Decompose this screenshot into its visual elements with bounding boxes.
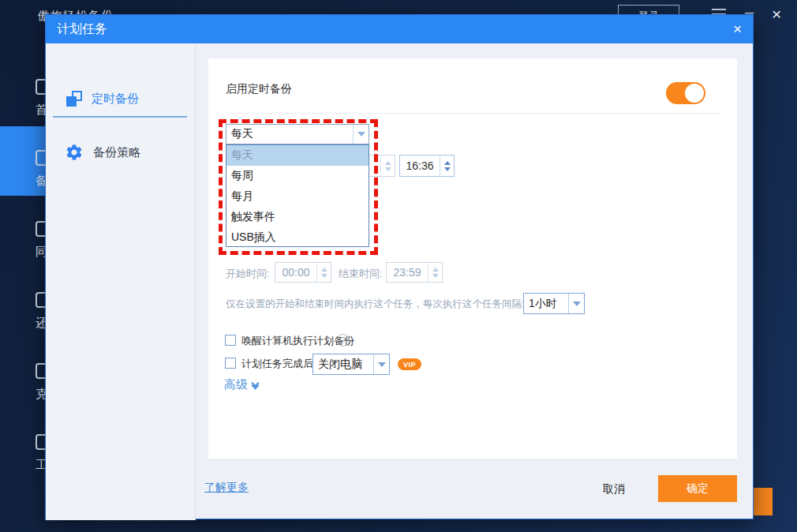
dropdown-arrow-icon[interactable] xyxy=(373,354,389,374)
sidebar-item-backup-strategy-label: 备份策略 xyxy=(93,145,140,160)
spinner-arrows-icon[interactable] xyxy=(440,155,454,176)
backup-time-spinner[interactable]: 16:36 xyxy=(399,155,455,177)
gear-icon xyxy=(65,143,84,162)
enable-schedule-label: 启用定时备份 xyxy=(226,82,292,96)
help-icon[interactable]: ? xyxy=(337,334,350,347)
after-task-label: 计划任务完成后 xyxy=(241,357,313,371)
end-time-spinner[interactable]: 23:59 xyxy=(386,262,443,283)
start-time-value: 00:00 xyxy=(275,266,316,279)
dialog-close-icon[interactable]: × xyxy=(733,21,742,38)
end-time-value: 23:59 xyxy=(387,266,428,279)
background-button-fragment xyxy=(752,488,773,515)
learn-more-link[interactable]: 了解更多 xyxy=(204,481,249,495)
sidebar-item-schedule-backup-label: 定时备份 xyxy=(92,92,139,107)
start-time-label: 开始时间: xyxy=(226,267,270,281)
dialog-titlebar: 计划任务 × xyxy=(46,15,753,43)
backup-time-value: 16:36 xyxy=(400,159,440,172)
end-time-label: 结束时间: xyxy=(339,267,383,281)
sidebar-item-backup-strategy[interactable]: 备份策略 xyxy=(65,143,140,162)
interval-description-label: 仅在设置的开始和结束时间内执行这个任务，每次执行这个任务间隔: xyxy=(226,298,524,311)
after-task-action-select[interactable]: 关闭电脑 xyxy=(312,354,390,375)
start-time-spinner[interactable]: 00:00 xyxy=(275,262,331,283)
spinner-arrows-icon[interactable] xyxy=(316,263,331,282)
dropdown-arrow-icon[interactable] xyxy=(568,294,584,313)
spinner-arrows-icon[interactable] xyxy=(380,155,395,176)
cancel-button[interactable]: 取消 xyxy=(594,482,634,496)
after-task-checkbox[interactable] xyxy=(225,358,236,369)
vip-badge: VIP xyxy=(398,358,421,370)
double-chevron-down-icon xyxy=(253,384,258,388)
wake-computer-checkbox[interactable] xyxy=(225,335,236,346)
dialog-title: 计划任务 xyxy=(57,21,107,38)
sidebar-item-schedule-backup[interactable]: 定时备份 xyxy=(66,91,139,107)
dialog-sidebar: 定时备份 备份策略 xyxy=(46,43,196,520)
active-tab-underline xyxy=(53,116,187,118)
divider xyxy=(226,113,721,114)
advanced-link[interactable]: 高级 xyxy=(224,377,258,392)
ok-button[interactable]: 确定 xyxy=(658,475,737,502)
spinner-arrows-icon[interactable] xyxy=(428,263,442,282)
app-close-icon[interactable]: × xyxy=(772,5,781,24)
schedule-backup-icon xyxy=(66,91,82,107)
advanced-link-label: 高级 xyxy=(224,377,248,392)
app-window: 傲梅轻松备份 登录 – × 首 备 同 还 克 工 计划任务 × 定时备份 备份… xyxy=(0,0,797,532)
enable-schedule-toggle[interactable] xyxy=(666,82,705,104)
annotation-red-dashed-box xyxy=(219,119,378,255)
interval-value: 1小时 xyxy=(524,297,568,311)
after-task-action-value: 关闭电脑 xyxy=(313,358,373,372)
interval-select[interactable]: 1小时 xyxy=(523,293,585,314)
toggle-knob xyxy=(685,84,704,103)
schedule-dialog: 计划任务 × 定时备份 备份策略 启用定时备份 每天 1 xyxy=(45,14,754,519)
